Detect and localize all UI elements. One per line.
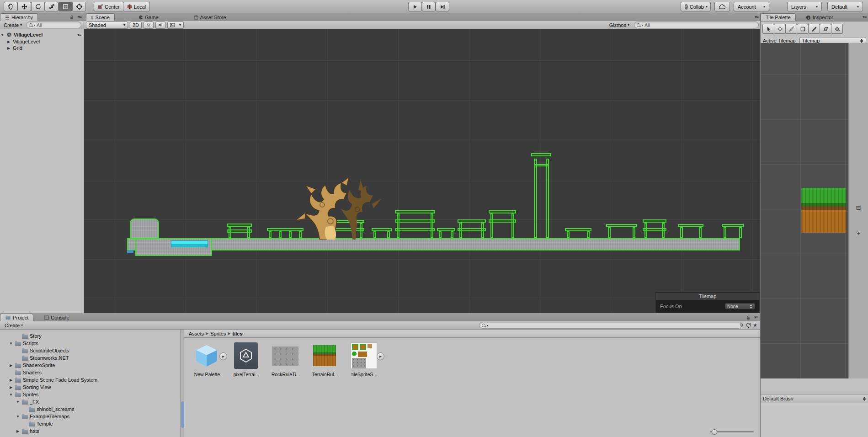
foldout-open-icon[interactable]: ▼ bbox=[9, 393, 13, 397]
scene-audio-button[interactable] bbox=[155, 21, 165, 29]
foldout-open-icon[interactable]: ▼ bbox=[16, 400, 20, 404]
collab-dropdown[interactable]: ✓ Collab ▾ bbox=[681, 2, 711, 11]
project-tree-row[interactable]: ▼Sprites bbox=[9, 391, 180, 398]
file-item[interactable]: ▶New Palette bbox=[190, 342, 224, 380]
lock-icon[interactable] bbox=[70, 15, 74, 20]
tab-inspector[interactable]: i Inspector bbox=[801, 14, 838, 21]
project-tree-row[interactable]: shinobi_screams bbox=[22, 405, 180, 413]
tab-hierarchy[interactable]: Hierarchy bbox=[0, 13, 38, 21]
cloud-button[interactable] bbox=[714, 2, 730, 11]
expand-badge-icon[interactable]: ▶ bbox=[377, 352, 384, 360]
scale-tool-button[interactable] bbox=[45, 2, 59, 11]
brush-dropdown[interactable]: Default Brush bbox=[761, 394, 868, 403]
project-tree-row[interactable]: Temple bbox=[22, 420, 180, 427]
space-mode-button[interactable]: Local bbox=[123, 2, 150, 11]
project-tree-row[interactable]: ▶hats bbox=[16, 427, 180, 435]
scene-menu-icon[interactable]: ▾≡ bbox=[77, 32, 81, 37]
scene-root-row[interactable]: ▼ VillageLevel ▾≡ bbox=[0, 31, 84, 38]
search-by-type-icon[interactable] bbox=[739, 323, 745, 329]
foldout-closed-icon[interactable]: ▶ bbox=[9, 378, 13, 382]
project-tree-row[interactable]: ▶ShaderoSprite bbox=[9, 362, 180, 369]
foldout-open-icon[interactable]: ▼ bbox=[16, 415, 20, 419]
move-tool-button[interactable] bbox=[17, 2, 31, 11]
project-tree-row[interactable]: ScriptableObjects bbox=[16, 347, 180, 354]
foldout-closed-icon[interactable]: ▶ bbox=[9, 363, 13, 368]
palette-collapse-icon[interactable]: ⊟ bbox=[854, 204, 863, 211]
project-tree-scrollbar[interactable] bbox=[180, 330, 184, 437]
shading-mode-dropdown[interactable]: Shaded ▾ bbox=[86, 21, 128, 29]
hand-tool-button[interactable] bbox=[4, 2, 17, 11]
file-item[interactable]: pixelTerrai... bbox=[229, 342, 264, 380]
step-button[interactable] bbox=[436, 2, 449, 11]
foldout-open-icon[interactable]: ▼ bbox=[9, 341, 13, 346]
panel-menu-icon[interactable]: ▾≡ bbox=[863, 15, 866, 19]
transform-tool-button[interactable] bbox=[72, 2, 86, 11]
project-tree-row[interactable]: Story bbox=[16, 332, 180, 340]
file-item[interactable]: RockRuleTi... bbox=[268, 342, 303, 380]
expand-badge-icon[interactable]: ▶ bbox=[219, 352, 227, 360]
palette-brush-tool-button[interactable] bbox=[785, 24, 797, 34]
breadcrumb-assets[interactable]: Assets bbox=[189, 331, 204, 336]
account-dropdown[interactable]: Account ▾ bbox=[734, 2, 769, 11]
project-tree-row[interactable]: ▶Sorting View bbox=[9, 384, 180, 391]
scrollbar-thumb[interactable] bbox=[181, 401, 184, 428]
rotate-tool-button[interactable] bbox=[31, 2, 45, 11]
tab-game[interactable]: Game bbox=[134, 14, 163, 21]
panel-menu-icon[interactable]: ▾≡ bbox=[754, 315, 758, 320]
palette-fill-tool-button[interactable] bbox=[831, 24, 843, 34]
palette-box-tool-button[interactable] bbox=[797, 24, 809, 34]
palette-select-tool-button[interactable] bbox=[762, 24, 774, 34]
palette-move-tool-button[interactable] bbox=[774, 24, 786, 34]
play-button[interactable] bbox=[408, 2, 422, 11]
tab-scene[interactable]: # Scene bbox=[86, 13, 115, 21]
hierarchy-item[interactable]: ▶Grid bbox=[6, 44, 90, 52]
palette-picker-tool-button[interactable] bbox=[808, 24, 820, 34]
hierarchy-search-input[interactable]: ▾ All bbox=[26, 21, 81, 28]
project-tree-row[interactable]: Shaders bbox=[9, 369, 180, 376]
terrain-tile-preview[interactable] bbox=[801, 188, 846, 233]
foldout-closed-icon[interactable]: ▶ bbox=[6, 46, 11, 50]
palette-add-icon[interactable]: + bbox=[854, 229, 863, 237]
panel-menu-icon[interactable]: ▾≡ bbox=[78, 15, 81, 19]
project-tree-row[interactable]: ▼_FX bbox=[16, 398, 180, 405]
scene-effects-dropdown[interactable]: ▾ bbox=[167, 21, 184, 29]
scene-search-input[interactable]: ▾ All bbox=[634, 21, 759, 28]
file-item[interactable]: TerrainRul... bbox=[308, 342, 342, 380]
layout-dropdown[interactable]: Default ▾ bbox=[827, 2, 863, 11]
slider-knob[interactable] bbox=[712, 429, 717, 435]
palette-canvas[interactable] bbox=[761, 43, 848, 378]
tab-project[interactable]: Project bbox=[0, 314, 33, 321]
project-tree-row[interactable]: ▶Simple Scene Fade Load System bbox=[9, 376, 180, 384]
project-tree-row[interactable]: ▼ExampleTilemaps bbox=[16, 413, 180, 420]
tab-console[interactable]: Console bbox=[40, 314, 74, 321]
file-item[interactable]: ▶tileSpriteS... bbox=[347, 342, 382, 380]
project-tree-row[interactable]: Steamworks.NET bbox=[16, 354, 180, 362]
2d-toggle-button[interactable]: 2D bbox=[130, 21, 142, 29]
favorites-star-icon[interactable]: ★ bbox=[753, 322, 757, 328]
search-by-label-icon[interactable] bbox=[746, 323, 751, 329]
focus-on-dropdown[interactable]: None bbox=[725, 303, 755, 309]
project-tree-row[interactable]: ▼Scripts bbox=[9, 340, 180, 347]
tab-asset-store[interactable]: Asset Store bbox=[189, 14, 231, 21]
hierarchy-create-dropdown[interactable]: Create ▾ bbox=[1, 21, 25, 29]
foldout-closed-icon[interactable]: ▶ bbox=[16, 429, 20, 433]
foldout-closed-icon[interactable]: ▶ bbox=[9, 385, 13, 389]
rect-tool-button[interactable] bbox=[59, 2, 72, 11]
tab-tile-palette[interactable]: Tile Palette bbox=[761, 13, 796, 21]
icon-size-slider[interactable] bbox=[710, 431, 754, 432]
foldout-open-icon[interactable]: ▼ bbox=[0, 33, 5, 37]
pivot-mode-button[interactable]: Center bbox=[94, 2, 124, 11]
breadcrumb-sprites[interactable]: Sprites bbox=[210, 331, 226, 336]
lock-icon[interactable] bbox=[746, 315, 750, 320]
pause-button[interactable] bbox=[422, 2, 436, 11]
panel-menu-icon[interactable]: ▾≡ bbox=[755, 15, 758, 19]
palette-eraser-tool-button[interactable] bbox=[820, 24, 831, 34]
scene-lighting-button[interactable] bbox=[144, 21, 154, 29]
project-search-input[interactable]: ▾ bbox=[479, 322, 742, 329]
gizmos-dropdown[interactable]: Gizmos ▾ bbox=[607, 21, 632, 29]
scene-canvas[interactable]: Tilemap Focus On None bbox=[84, 29, 761, 314]
breadcrumb-tiles[interactable]: tiles bbox=[233, 331, 243, 336]
layers-dropdown[interactable]: Layers ▾ bbox=[787, 2, 822, 11]
foldout-closed-icon[interactable]: ▶ bbox=[6, 40, 11, 44]
project-create-dropdown[interactable]: Create ▾ bbox=[2, 321, 26, 329]
